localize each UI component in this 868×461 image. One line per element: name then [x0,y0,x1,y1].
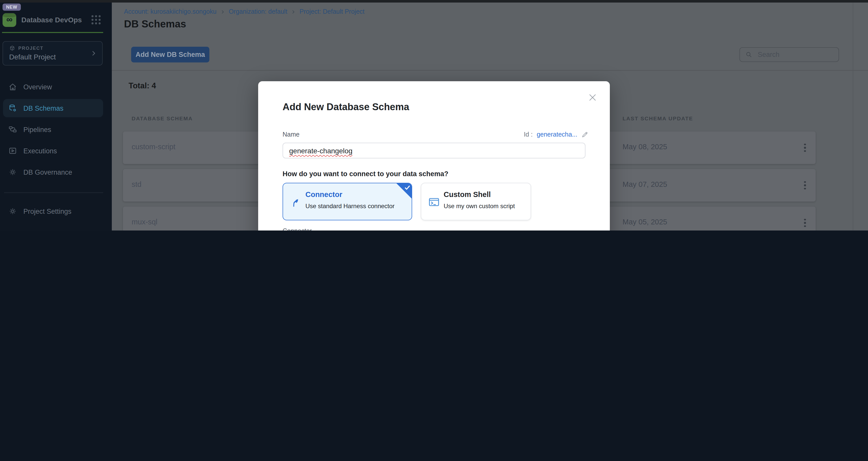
id-value[interactable]: generatecha... [537,131,577,138]
sidebar-item-label: Project Settings [23,207,71,215]
project-selector-value: Default Project [9,53,97,61]
chevron-right-icon [90,49,97,57]
edit-pencil-icon[interactable] [581,131,588,138]
modal-title: Add New Database Schema [283,102,409,113]
sidebar-divider [4,192,103,193]
name-label: Name [283,131,300,138]
sidebar-item-project-settings[interactable]: Project Settings [3,202,103,220]
schema-name: mux-sql [132,218,158,226]
sidebar-item-label: DB Schemas [23,104,64,112]
search-icon [745,51,753,58]
app-header: Database DevOps [3,12,107,28]
column-header-database-schema: DATABASE SCHEMA [132,115,193,121]
connect-question: How do you want to connect to your data … [283,170,448,178]
row-menu-icon[interactable] [798,216,812,230]
column-header-last-update: LAST SCHEMA UPDATE [623,115,693,121]
breadcrumb-project[interactable]: Project: Default Project [300,8,365,15]
window-top-strip [0,0,868,3]
name-input-value: generate-changelog [289,146,352,155]
sidebar-item-label: Executions [23,147,57,155]
search-box [739,47,839,62]
breadcrumb: Account: kurosakiichigo.songoku Organiza… [124,8,365,15]
pipelines-icon [8,125,17,134]
sidebar-nav-secondary: Project Settings [3,202,103,223]
schema-updated: May 05, 2025 [623,218,667,226]
sidebar: NEW Database DevOps PROJECT Default Proj… [0,0,112,230]
sidebar-item-overview[interactable]: Overview [3,78,103,96]
sidebar-item-label: Overview [23,83,52,91]
breadcrumb-account[interactable]: Account: kurosakiichigo.songoku [124,8,216,15]
connector-arrows-icon [290,195,302,209]
terminal-icon [428,195,440,209]
row-menu-icon[interactable] [798,141,812,155]
add-new-db-schema-button[interactable]: Add New DB Schema [131,47,209,62]
sidebar-item-label: Pipelines [23,126,51,133]
right-rail [853,3,868,230]
search-input[interactable] [757,50,833,59]
add-schema-modal: Add New Database Schema Name Id : genera… [258,81,610,230]
project-selector[interactable]: PROJECT Default Project [3,41,103,65]
check-icon [405,185,410,190]
sidebar-item-label: DB Governance [23,168,72,176]
harness-db-logo-icon [3,13,16,27]
toolbar-divider [112,70,868,71]
app-window: NEW Database DevOps PROJECT Default Proj… [0,0,868,230]
project-selector-label: PROJECT [18,46,43,51]
sidebar-item-executions[interactable]: Executions [3,142,103,160]
page-title: DB Schemas [124,18,186,30]
option-title: Custom Shell [444,190,491,199]
module-grid-icon[interactable] [91,15,101,24]
new-badge: NEW [3,4,21,11]
home-icon [8,82,17,91]
gear-icon [8,207,17,216]
chevron-right-icon [220,9,225,14]
row-menu-icon[interactable] [798,178,812,192]
close-icon[interactable] [587,92,598,103]
sidebar-item-db-schemas[interactable]: DB Schemas [3,99,103,117]
sidebar-item-db-governance[interactable]: DB Governance [3,163,103,181]
option-title: Connector [305,190,342,199]
executions-icon [8,146,17,155]
chevron-right-icon [291,9,296,14]
option-card-custom-shell[interactable]: Custom Shell Use my own custom script [421,183,531,220]
schema-id-row: Id : generatecha... [524,131,588,138]
cube-icon [9,45,15,51]
option-subtitle: Use my own custom script [444,203,515,210]
total-count: Total: 4 [129,81,156,90]
app-title: Database DevOps [21,16,91,24]
breadcrumb-organization[interactable]: Organization: default [229,8,287,15]
schema-updated: May 07, 2025 [623,180,667,188]
option-card-connector[interactable]: Connector Use standard Harness connector [283,183,412,220]
gear-icon [8,168,17,177]
db-schema-icon [8,104,17,113]
connector-label: Connector [283,227,312,230]
option-subtitle: Use standard Harness connector [305,203,395,210]
schema-name: std [132,180,142,188]
sidebar-item-pipelines[interactable]: Pipelines [3,120,103,139]
name-input[interactable]: generate-changelog [283,143,585,158]
schema-updated: May 08, 2025 [623,143,667,151]
brand-underline [2,32,103,33]
schema-name: custom-script [132,143,175,151]
sidebar-nav: Overview DB Schemas Pipelines Executions [3,78,103,184]
id-prefix: Id : [524,131,533,138]
